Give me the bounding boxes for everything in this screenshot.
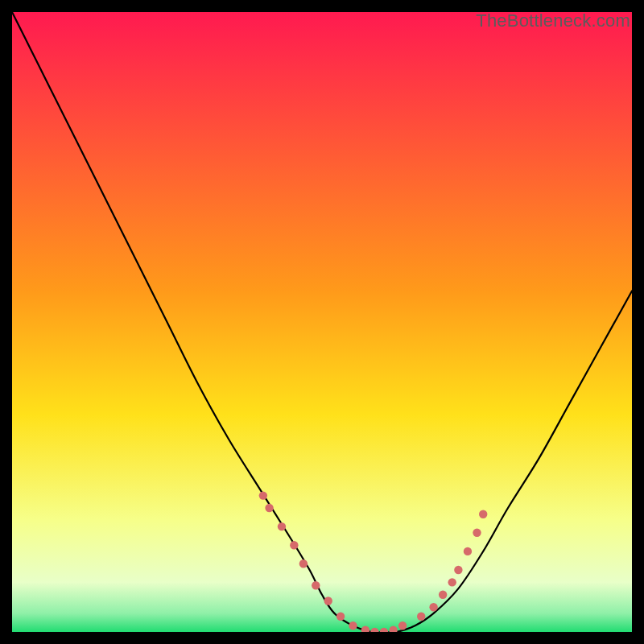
highlight-dot [473,529,481,537]
gradient-background [12,12,632,632]
highlight-dot [439,591,447,599]
highlight-dot [299,559,308,568]
bottleneck-chart [12,12,632,632]
highlight-dot [398,621,407,630]
highlight-dot [448,578,456,586]
highlight-dot [312,581,320,589]
highlight-dot [464,547,472,555]
highlight-dot [278,522,286,530]
highlight-dot [429,603,437,611]
chart-frame: TheBottleneck.com [12,12,632,632]
highlight-dot [336,613,345,621]
highlight-dot [417,613,425,621]
highlight-dot [290,541,298,549]
highlight-dot [265,504,273,512]
highlight-dot [454,566,462,574]
highlight-dot [479,510,487,518]
attribution-label: TheBottleneck.com [476,10,630,31]
highlight-dot [259,491,267,499]
highlight-dot [324,597,332,605]
highlight-dot [349,621,357,630]
